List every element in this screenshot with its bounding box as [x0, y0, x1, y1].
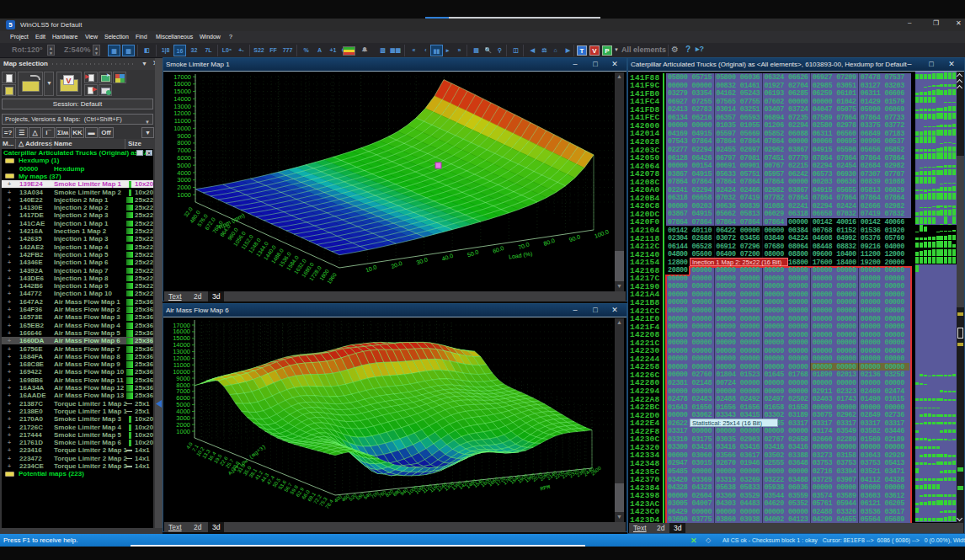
svg-text:Rpm (rpm): Rpm (rpm): [218, 212, 246, 231]
svg-text:12000: 12000: [173, 355, 190, 362]
svg-text:17000: 17000: [173, 73, 191, 81]
svg-text:6000: 6000: [176, 394, 190, 402]
svg-text:8000: 8000: [177, 139, 191, 147]
svg-text:1000: 1000: [177, 191, 191, 199]
svg-text:50.0: 50.0: [467, 248, 479, 258]
svg-text:5000: 5000: [177, 162, 191, 169]
svg-text:3000: 3000: [177, 176, 191, 184]
svg-text:11000: 11000: [174, 117, 191, 125]
svg-text:16000: 16000: [173, 80, 191, 88]
svg-text:80.0: 80.0: [543, 237, 556, 247]
svg-text:9000: 9000: [177, 132, 191, 140]
svg-text:10000: 10000: [173, 368, 190, 376]
svg-text:11000: 11000: [173, 361, 190, 369]
svg-text:3000: 3000: [176, 414, 190, 422]
svg-text:13000: 13000: [173, 103, 191, 110]
svg-text:20.0: 20.0: [390, 260, 403, 269]
svg-text:15000: 15000: [173, 88, 191, 95]
svg-text:40.0: 40.0: [441, 253, 454, 262]
svg-text:13000: 13000: [173, 348, 190, 355]
svg-text:6000: 6000: [177, 154, 191, 162]
svg-text:10.0: 10.0: [365, 264, 377, 273]
svg-text:70.0: 70.0: [517, 241, 530, 250]
svg-text:9000: 9000: [176, 375, 190, 382]
svg-text:4000: 4000: [176, 408, 190, 415]
svg-text:17000: 17000: [173, 322, 190, 329]
svg-text:5000: 5000: [176, 401, 190, 408]
svg-text:15000: 15000: [173, 334, 190, 342]
svg-text:90.0: 90.0: [568, 233, 581, 243]
svg-text:8000: 8000: [176, 381, 190, 389]
svg-text:16000: 16000: [173, 328, 190, 335]
svg-text:14000: 14000: [173, 341, 190, 349]
svg-text:2000: 2000: [176, 421, 190, 429]
svg-text:14000: 14000: [173, 95, 191, 103]
svg-text:12000: 12000: [173, 109, 191, 117]
svg-text:7000: 7000: [176, 387, 190, 395]
svg-text:RPM: RPM: [540, 484, 551, 492]
svg-text:2000: 2000: [177, 184, 191, 191]
svg-text:Load (%): Load (%): [509, 251, 533, 261]
svg-text:10000: 10000: [173, 125, 191, 132]
svg-text:60.0: 60.0: [492, 245, 504, 254]
svg-text:7000: 7000: [177, 147, 191, 154]
svg-text:4000: 4000: [177, 169, 191, 177]
svg-text:30.0: 30.0: [416, 256, 429, 265]
svg-text:100.0: 100.0: [594, 228, 610, 239]
svg-text:1000: 1000: [176, 428, 190, 435]
